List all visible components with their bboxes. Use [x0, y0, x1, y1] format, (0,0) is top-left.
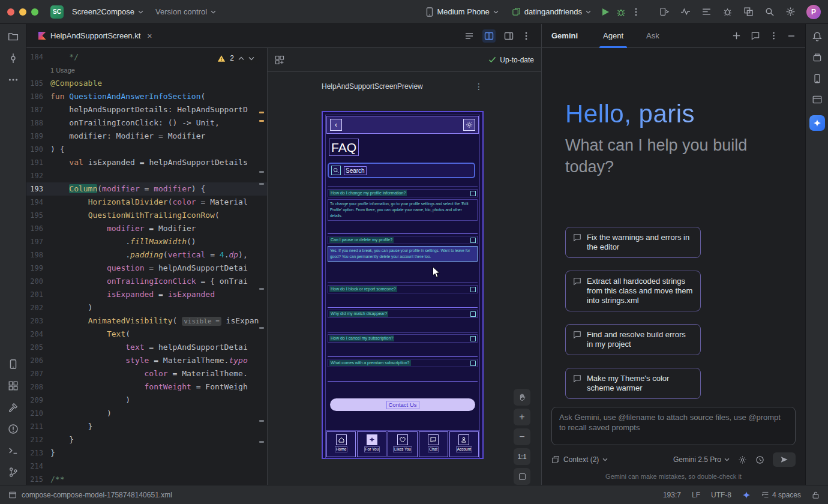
zoom-reset-button[interactable]: 1:1: [514, 448, 530, 465]
project-selector[interactable]: Screen2Compose: [68, 5, 147, 19]
faq-item[interactable]: What comes with a premium subscription?: [328, 356, 478, 381]
minimize-window-button[interactable]: [19, 8, 26, 16]
faq-item[interactable]: How do I block or report someone?: [328, 283, 478, 307]
chat-history-icon[interactable]: [751, 31, 760, 40]
maximize-window-button[interactable]: [31, 8, 38, 16]
version-control-icon[interactable]: [8, 467, 19, 478]
expand-icon[interactable]: [470, 191, 476, 196]
code-line[interactable]: 205 text = helpAndSupportDetai: [26, 341, 267, 354]
run-button[interactable]: [601, 7, 610, 17]
faq-question-row[interactable]: Why did my match disappear?: [328, 310, 478, 318]
code-line[interactable]: 198 .padding(vertical = 4.dp),: [26, 248, 267, 262]
suggestion-card[interactable]: Extract all hardcoded strings from this …: [565, 271, 701, 311]
app-insights-icon[interactable]: [812, 94, 823, 105]
close-window-button[interactable]: [7, 8, 14, 16]
code-line[interactable]: 212 }: [26, 433, 267, 446]
model-selector[interactable]: Gemini 2.5 Pro: [673, 455, 730, 464]
new-chat-icon[interactable]: [732, 31, 741, 40]
expand-icon[interactable]: [470, 311, 476, 317]
nav-item[interactable]: For You: [357, 431, 386, 457]
zoom-to-fit-button[interactable]: [514, 468, 530, 485]
editor-options-kebab-icon[interactable]: [522, 31, 530, 41]
layout-inspector-icon[interactable]: [743, 7, 754, 17]
faq-question-row[interactable]: How do I change my profile information?: [328, 189, 478, 197]
expand-icon[interactable]: [470, 238, 476, 243]
suggestion-card[interactable]: Make my Theme's color scheme warmer: [565, 368, 701, 399]
code-line[interactable]: 215/**: [26, 473, 267, 485]
device-mirroring-icon[interactable]: [659, 7, 670, 17]
notifications-bell-icon[interactable]: [812, 31, 823, 42]
faq-item[interactable]: How do I change my profile information?T…: [328, 187, 478, 233]
preview-options-kebab-icon[interactable]: ⋮: [475, 82, 484, 91]
search-bar[interactable]: Search: [328, 163, 475, 178]
tab-agent[interactable]: Agent: [599, 24, 627, 48]
back-button[interactable]: ‹: [330, 119, 342, 131]
phone-preview[interactable]: ‹ FAQ Search How do I change my profile …: [322, 111, 484, 459]
send-button[interactable]: [773, 452, 796, 467]
code-line[interactable]: 214: [26, 460, 267, 473]
file-encoding[interactable]: UTF-8: [711, 491, 731, 499]
device-explorer-icon[interactable]: [812, 52, 823, 63]
contact-us-button[interactable]: Contact Us: [330, 398, 475, 411]
code-line[interactable]: 211 }: [26, 420, 267, 433]
tab-close-icon[interactable]: ×: [147, 31, 152, 41]
profile-avatar[interactable]: P: [806, 5, 821, 19]
more-run-options-icon[interactable]: [632, 7, 640, 17]
running-devices-icon[interactable]: [8, 359, 19, 370]
inspections-widget[interactable]: 2: [213, 53, 259, 64]
faq-question-row[interactable]: What comes with a premium subscription?: [328, 359, 478, 367]
debug-button[interactable]: [616, 7, 626, 17]
faq-item[interactable]: Can I pause or delete my profile?Yes. If…: [328, 233, 478, 283]
next-problem-icon[interactable]: [248, 56, 254, 61]
expand-icon[interactable]: [470, 361, 476, 366]
code-line[interactable]: 195 QuestionWithTrailingIconRow(: [26, 209, 267, 222]
code-line[interactable]: 187 helpAndSupportDetails: HelpAndSuppor…: [26, 103, 267, 116]
logcat-icon[interactable]: [701, 7, 712, 17]
code-line[interactable]: 209 ): [26, 394, 267, 407]
prev-problem-icon[interactable]: [238, 56, 244, 61]
hide-panel-icon[interactable]: [787, 32, 796, 40]
code-line[interactable]: 206 style = MaterialTheme.typo: [26, 354, 267, 367]
search-icon[interactable]: [764, 7, 775, 17]
profiler-icon[interactable]: [680, 7, 691, 17]
version-control-menu[interactable]: Version control: [152, 5, 220, 19]
gemini-status-icon[interactable]: [742, 491, 751, 499]
code-line[interactable]: 201 isExpanded = isExpanded: [26, 288, 267, 301]
code-line[interactable]: 186fun QuestionAndAnswerInfoSection(: [26, 90, 267, 103]
preview-layout-icon[interactable]: [275, 55, 284, 65]
code-line[interactable]: 194 HorizontalDivider(color = Material: [26, 196, 267, 209]
problems-icon[interactable]: [8, 424, 19, 434]
code-line[interactable]: 210 ): [26, 407, 267, 420]
nav-item[interactable]: Home: [326, 431, 356, 457]
more-tool-windows-icon[interactable]: [8, 74, 19, 85]
code-line[interactable]: 188 onTrailingIconClick: () -> Unit,: [26, 116, 267, 130]
code-line[interactable]: 189 modifier: Modifier = Modifier: [26, 130, 267, 143]
device-manager-icon[interactable]: [812, 73, 823, 84]
tab-ask[interactable]: Ask: [643, 24, 663, 48]
code-line[interactable]: 192: [26, 169, 267, 182]
bug-report-icon[interactable]: [722, 7, 733, 17]
faq-item[interactable]: Why did my match disappear?: [328, 307, 478, 332]
lock-icon[interactable]: [812, 491, 820, 499]
nav-item[interactable]: Chat: [419, 431, 448, 457]
code-line[interactable]: 202 ): [26, 301, 267, 314]
zoom-in-button[interactable]: +: [514, 409, 530, 425]
project-folder-icon[interactable]: [8, 31, 19, 42]
prompt-history-icon[interactable]: [755, 455, 764, 464]
gemini-input[interactable]: [559, 412, 788, 440]
nav-item[interactable]: Account: [449, 431, 479, 457]
settings-button[interactable]: [463, 119, 475, 131]
code-editor[interactable]: 184 */1 Usage185@Composable186fun Questi…: [26, 48, 268, 485]
code-line[interactable]: 207 color = MaterialTheme.: [26, 367, 267, 380]
resource-manager-icon[interactable]: [8, 380, 19, 391]
code-line[interactable]: 199 question = helpAndSupportDetai: [26, 262, 267, 275]
run-configuration-selector[interactable]: datingandfriends: [508, 5, 595, 19]
suggestion-card[interactable]: Fix the warnings and errors in the edito…: [565, 227, 701, 258]
context-selector[interactable]: Context (2): [551, 455, 608, 464]
faq-item[interactable]: How do I cancel my subscription?: [328, 332, 478, 356]
nav-item[interactable]: Likes You: [388, 431, 417, 457]
editor-tab[interactable]: HelpAndSupportScreen.kt ×: [32, 24, 158, 47]
suggestion-card[interactable]: Find and resolve build errors in my proj…: [565, 324, 701, 355]
code-line[interactable]: 200 onTrailingIconClick = { onTrai: [26, 275, 267, 288]
expand-icon[interactable]: [470, 287, 476, 292]
